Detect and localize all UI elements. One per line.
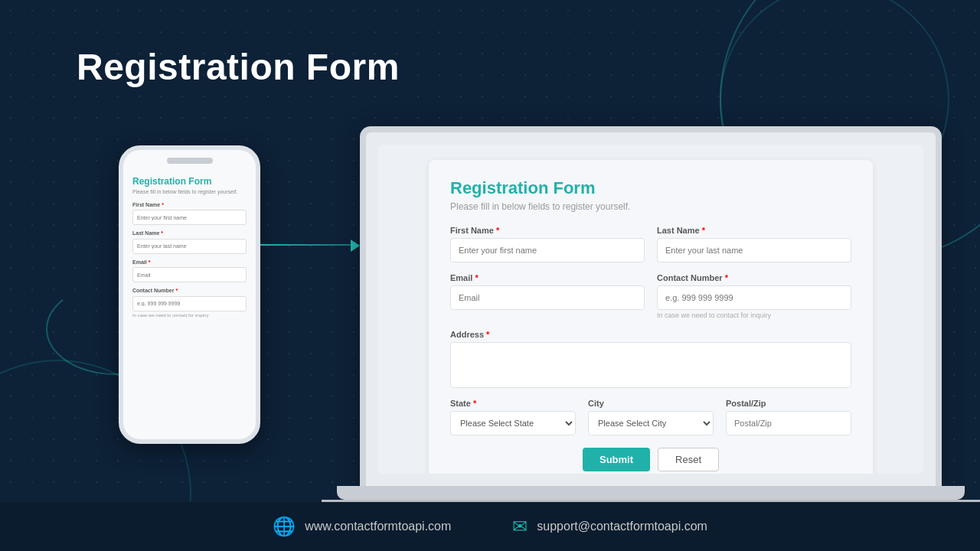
label-address: Address * — [450, 330, 851, 339]
laptop-base — [337, 486, 965, 500]
footer: 🌐 www.contactformtoapi.com ✉ support@con… — [0, 502, 980, 551]
globe-icon: 🌐 — [273, 516, 296, 537]
arrow-line — [260, 244, 352, 246]
form-row-3: Address * — [450, 330, 851, 388]
phone-form-inner: Registration Form Please fill in below f… — [123, 170, 256, 327]
phone-label-email: Email * — [132, 259, 247, 265]
select-state[interactable]: Please Select State — [450, 411, 576, 435]
form-card: Registration Form Please fill in below f… — [429, 160, 873, 474]
input-email[interactable] — [450, 285, 645, 310]
phone-label-lastname: Last Name * — [132, 230, 247, 236]
form-row-4: State * Please Select State City Please … — [450, 399, 851, 435]
arrow-connector — [260, 233, 360, 256]
reset-button[interactable]: Reset — [658, 448, 719, 471]
form-group-address: Address * — [450, 330, 851, 388]
phone-label-contact: Contact Number * — [132, 288, 247, 293]
email-icon: ✉ — [512, 516, 528, 537]
label-contact: Contact Number * — [657, 273, 851, 282]
phone-form-subtitle: Please fill in below fields to register … — [132, 188, 247, 196]
phone-hint-contact: In case we need to contact for inquiry — [132, 313, 247, 318]
phone-input-email[interactable] — [132, 267, 247, 282]
label-city: City — [588, 399, 714, 408]
hint-contact: In case we need to contact for inquiry — [657, 311, 851, 319]
submit-button[interactable]: Submit — [583, 448, 650, 471]
label-email: Email * — [450, 273, 645, 282]
phone-form-title: Registration Form — [132, 176, 247, 187]
phone-label-firstname: First Name * — [132, 202, 247, 207]
footer-website: 🌐 www.contactformtoapi.com — [273, 516, 451, 537]
form-row-1: First Name * Last Name * — [450, 226, 851, 262]
phone-input-lastname[interactable] — [132, 239, 247, 254]
form-row-2: Email * Contact Number * In case we need… — [450, 273, 851, 319]
select-city[interactable]: Please Select City — [588, 411, 714, 435]
form-group-lastname: Last Name * — [657, 226, 851, 262]
page-title: Registration Form — [77, 46, 400, 88]
form-group-state: State * Please Select State — [450, 399, 576, 435]
phone-mockup: Registration Form Please fill in below f… — [119, 145, 260, 444]
form-card-subtitle: Please fill in below fields to register … — [450, 201, 851, 212]
form-group-postal: Postal/Zip — [726, 399, 851, 435]
label-lastname: Last Name * — [657, 226, 851, 235]
footer-email: ✉ support@contactformtoapi.com — [512, 516, 707, 537]
input-postal[interactable] — [726, 411, 851, 435]
phone-input-firstname[interactable] — [132, 210, 247, 225]
phone-speaker — [167, 158, 213, 164]
input-lastname[interactable] — [657, 238, 851, 262]
form-card-title: Registration Form — [450, 178, 851, 198]
label-firstname: First Name * — [450, 226, 645, 235]
input-firstname[interactable] — [450, 238, 645, 262]
laptop-screen-shell: Registration Form Please fill in below f… — [360, 126, 942, 486]
footer-email-text: support@contactformtoapi.com — [537, 520, 707, 533]
footer-website-text: www.contactformtoapi.com — [305, 520, 451, 533]
phone-input-contact[interactable] — [132, 296, 247, 311]
label-postal: Postal/Zip — [726, 399, 851, 408]
laptop-screen-inner: Registration Form Please fill in below f… — [378, 145, 923, 474]
form-group-email: Email * — [450, 273, 645, 319]
input-address[interactable] — [450, 342, 851, 388]
form-buttons: Submit Reset — [450, 448, 851, 471]
laptop-mockup: Registration Form Please fill in below f… — [360, 126, 942, 506]
input-contact[interactable] — [657, 285, 851, 310]
form-group-contact: Contact Number * In case we need to cont… — [657, 273, 851, 319]
label-state: State * — [450, 399, 576, 408]
arrow-head — [351, 240, 360, 252]
form-group-firstname: First Name * — [450, 226, 645, 262]
form-group-city: City Please Select City — [588, 399, 714, 435]
